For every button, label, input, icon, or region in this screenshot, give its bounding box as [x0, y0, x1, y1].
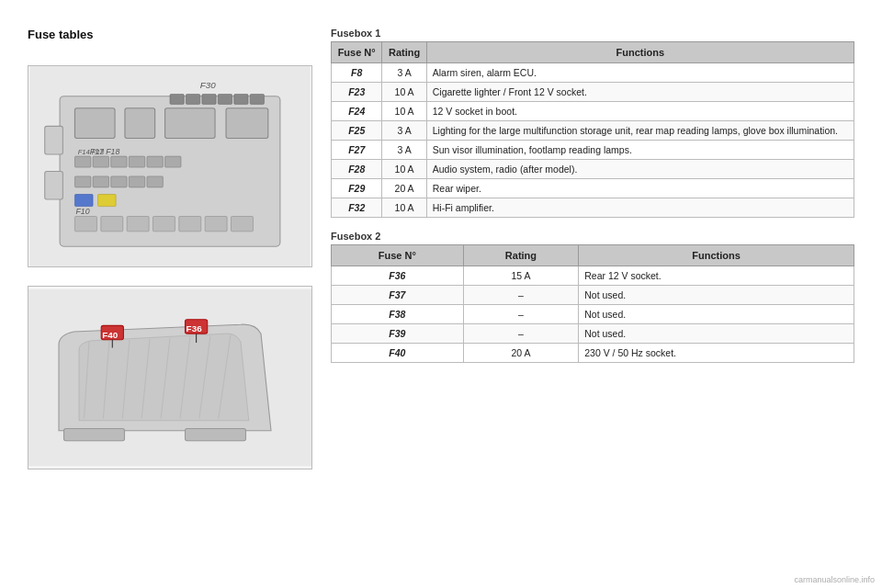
table-row: F8 3 A Alarm siren, alarm ECU.: [332, 63, 854, 83]
fuse-function: Not used.: [579, 286, 854, 305]
svg-rect-23: [74, 176, 90, 187]
fusebox1-section: Fusebox 1 Fuse N° Rating Functions F8 3 …: [331, 28, 854, 218]
svg-text:F36: F36: [187, 323, 203, 334]
table-row: F28 10 A Audio system, radio (after mode…: [332, 160, 854, 179]
fuse-number: F24: [332, 102, 382, 121]
page-title: Fuse tables: [28, 28, 312, 41]
fusebox2-label: Fusebox 2: [331, 231, 854, 242]
fuse-function: Rear 12 V socket.: [579, 266, 854, 286]
svg-rect-4: [186, 95, 199, 105]
fuse-function: 230 V / 50 Hz socket.: [579, 344, 854, 363]
fusebox2-table: Fuse N° Rating Functions F36 15 A Rear 1…: [331, 244, 854, 363]
fuse-function: Alarm siren, alarm ECU.: [426, 63, 854, 83]
svg-rect-19: [129, 156, 144, 167]
table-row: F23 10 A Cigarette lighter / Front 12 V …: [332, 83, 854, 102]
page: Fuse tables F30: [0, 0, 882, 588]
svg-text:F14 F13: F14 F13: [78, 148, 105, 156]
svg-text:F10: F10: [76, 207, 90, 216]
fuse-rating: –: [463, 324, 579, 344]
fuse-function: Not used.: [579, 305, 854, 324]
fuse-function: Sun visor illumination, footlamp reading…: [426, 141, 854, 160]
svg-rect-3: [170, 95, 184, 105]
fuse-number: F28: [332, 160, 382, 179]
svg-rect-11: [74, 108, 115, 139]
table-row: F27 3 A Sun visor illumination, footlamp…: [332, 141, 854, 160]
svg-rect-32: [101, 217, 123, 232]
fuse-function: Rear wiper.: [426, 179, 854, 198]
fuse-rating: 10 A: [382, 160, 426, 179]
fuse-function: Hi-Fi amplifier.: [426, 198, 854, 218]
right-column: Fusebox 1 Fuse N° Rating Functions F8 3 …: [331, 28, 854, 570]
table-row: F25 3 A Lighting for the large multifunc…: [332, 121, 854, 141]
svg-rect-10: [45, 171, 63, 199]
svg-rect-26: [129, 176, 144, 187]
svg-rect-29: [98, 195, 117, 207]
svg-rect-5: [202, 95, 216, 105]
fuse-number: F23: [332, 83, 382, 102]
fuse-number: F27: [332, 141, 382, 160]
svg-rect-16: [74, 156, 90, 167]
fuse-function: 12 V socket in boot.: [426, 102, 854, 121]
svg-rect-54: [186, 429, 246, 441]
fuse-rating: 20 A: [382, 179, 426, 198]
svg-rect-7: [234, 95, 248, 105]
svg-rect-20: [147, 156, 163, 167]
fuse-rating: 3 A: [382, 121, 426, 141]
svg-rect-28: [74, 195, 93, 207]
fuse-rating: –: [463, 286, 579, 305]
fuse-number: F32: [332, 198, 382, 218]
table-row: F29 20 A Rear wiper.: [332, 179, 854, 198]
svg-rect-8: [250, 95, 264, 105]
svg-rect-21: [165, 156, 181, 167]
svg-rect-12: [125, 108, 155, 139]
svg-rect-53: [64, 429, 125, 441]
svg-rect-35: [179, 217, 201, 232]
fusebox1-table: Fuse N° Rating Functions F8 3 A Alarm si…: [331, 41, 854, 218]
fusebox-diagram-top: F30 F17 F18: [28, 65, 312, 267]
col-functions: Functions: [579, 245, 854, 266]
svg-text:F40: F40: [102, 330, 119, 340]
col-fuse-no: Fuse N°: [332, 245, 464, 266]
fusebox2-section: Fusebox 2 Fuse N° Rating Functions F36 1…: [331, 231, 854, 363]
fuse-function: Cigarette lighter / Front 12 V socket.: [426, 83, 854, 102]
table-row: F39 – Not used.: [332, 324, 854, 344]
svg-rect-18: [111, 156, 127, 167]
svg-rect-27: [147, 176, 163, 187]
col-rating: Rating: [382, 42, 426, 63]
svg-rect-33: [127, 217, 149, 232]
fuse-number: F8: [332, 63, 382, 83]
table-header-row: Fuse N° Rating Functions: [332, 42, 854, 63]
fuse-rating: 20 A: [463, 344, 579, 363]
fuse-rating: 3 A: [382, 63, 426, 83]
fuse-rating: 10 A: [382, 102, 426, 121]
fusebox1-label: Fusebox 1: [331, 28, 854, 39]
fuse-number: F25: [332, 121, 382, 141]
fuse-rating: 10 A: [382, 198, 426, 218]
fuse-function: Lighting for the large multifunction sto…: [426, 121, 854, 141]
watermark: carmanualsonline.info: [794, 575, 875, 584]
table-row: F32 10 A Hi-Fi amplifier.: [332, 198, 854, 218]
svg-rect-9: [45, 126, 63, 154]
table-row: F38 – Not used.: [332, 305, 854, 324]
fuse-number: F39: [332, 324, 464, 344]
table-row: F24 10 A 12 V socket in boot.: [332, 102, 854, 121]
table-header-row: Fuse N° Rating Functions: [332, 245, 854, 266]
table-row: F36 15 A Rear 12 V socket.: [332, 266, 854, 286]
fuse-function: Audio system, radio (after model).: [426, 160, 854, 179]
svg-rect-31: [74, 217, 96, 232]
fusebox-diagram-bottom: F40 F36: [28, 286, 312, 469]
svg-rect-34: [153, 217, 175, 232]
fuse-rating: 3 A: [382, 141, 426, 160]
svg-rect-17: [93, 156, 108, 167]
col-functions: Functions: [426, 42, 854, 63]
col-rating: Rating: [463, 245, 579, 266]
fuse-number: F36: [332, 266, 464, 286]
svg-rect-36: [205, 217, 227, 232]
svg-text:F30: F30: [200, 80, 216, 90]
fuse-number: F40: [332, 344, 464, 363]
fusebox-svg-bottom: F40 F36: [28, 287, 311, 469]
fuse-number: F37: [332, 286, 464, 305]
fusebox-svg-top: F30 F17 F18: [28, 66, 311, 266]
table-row: F37 – Not used.: [332, 286, 854, 305]
svg-rect-14: [226, 108, 268, 139]
